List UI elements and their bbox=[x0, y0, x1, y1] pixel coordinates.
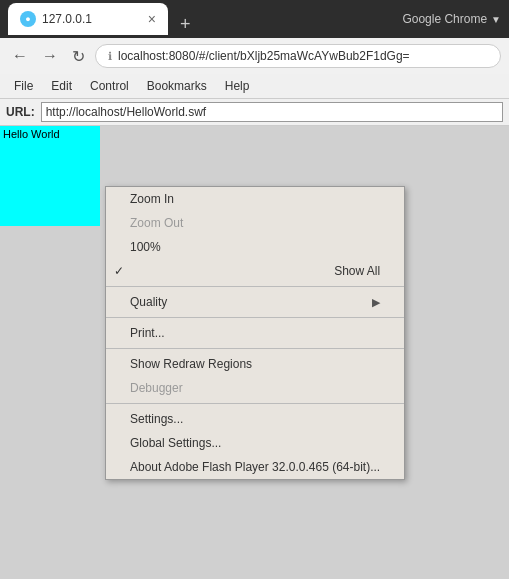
chrome-arrow-icon: ▼ bbox=[491, 14, 501, 25]
settings-label: Settings... bbox=[130, 412, 183, 426]
browser-titlebar: ● 127.0.0.1 × + Google Chrome ▼ bbox=[0, 0, 509, 38]
context-menu-about[interactable]: About Adobe Flash Player 32.0.0.465 (64-… bbox=[106, 455, 404, 479]
context-menu: Zoom In Zoom Out 100% ✓ Show All Quality… bbox=[105, 186, 405, 480]
tab-close-button[interactable]: × bbox=[148, 11, 156, 27]
separator-3 bbox=[106, 348, 404, 349]
menu-help[interactable]: Help bbox=[217, 76, 258, 96]
context-menu-debugger: Debugger bbox=[106, 376, 404, 400]
flash-canvas[interactable]: Hello World Zoom In Zoom Out 100% ✓ Show… bbox=[0, 126, 509, 579]
context-menu-quality[interactable]: Quality ▶ bbox=[106, 290, 404, 314]
forward-button[interactable]: → bbox=[38, 43, 62, 69]
tab-title: 127.0.0.1 bbox=[42, 12, 92, 26]
zoom-100-label: 100% bbox=[130, 240, 161, 254]
context-menu-100[interactable]: 100% bbox=[106, 235, 404, 259]
url-label: URL: bbox=[6, 105, 35, 119]
menu-file[interactable]: File bbox=[6, 76, 41, 96]
flash-container: File Edit Control Bookmarks Help URL: He… bbox=[0, 74, 509, 579]
context-menu-global-settings[interactable]: Global Settings... bbox=[106, 431, 404, 455]
chrome-text: Google Chrome bbox=[402, 12, 487, 26]
global-settings-label: Global Settings... bbox=[130, 436, 221, 450]
debugger-label: Debugger bbox=[130, 381, 183, 395]
address-url: localhost:8080/#/client/bXljb25maWcAYwBu… bbox=[118, 49, 410, 63]
address-bar[interactable]: ℹ localhost:8080/#/client/bXljb25maWcAYw… bbox=[95, 44, 501, 68]
menu-control[interactable]: Control bbox=[82, 76, 137, 96]
tab-favicon: ● bbox=[20, 11, 36, 27]
show-all-label: Show All bbox=[334, 264, 380, 278]
back-button[interactable]: ← bbox=[8, 43, 32, 69]
swf-display-area: Hello World bbox=[0, 126, 100, 226]
show-redraw-label: Show Redraw Regions bbox=[130, 357, 252, 371]
flash-url-bar: URL: bbox=[0, 99, 509, 126]
separator-4 bbox=[106, 403, 404, 404]
browser-frame: ● 127.0.0.1 × + Google Chrome ▼ ← → ↻ ℹ … bbox=[0, 0, 509, 579]
context-menu-settings[interactable]: Settings... bbox=[106, 407, 404, 431]
menu-bookmarks[interactable]: Bookmarks bbox=[139, 76, 215, 96]
flash-menubar: File Edit Control Bookmarks Help bbox=[0, 74, 509, 99]
hello-world-text: Hello World bbox=[0, 126, 63, 142]
print-label: Print... bbox=[130, 326, 165, 340]
new-tab-button[interactable]: + bbox=[172, 14, 199, 35]
context-menu-print[interactable]: Print... bbox=[106, 321, 404, 345]
chrome-label: Google Chrome ▼ bbox=[402, 12, 501, 26]
menu-edit[interactable]: Edit bbox=[43, 76, 80, 96]
context-menu-show-redraw[interactable]: Show Redraw Regions bbox=[106, 352, 404, 376]
about-label: About Adobe Flash Player 32.0.0.465 (64-… bbox=[130, 460, 380, 474]
context-menu-zoom-out: Zoom Out bbox=[106, 211, 404, 235]
zoom-out-label: Zoom Out bbox=[130, 216, 183, 230]
context-menu-zoom-in[interactable]: Zoom In bbox=[106, 187, 404, 211]
active-tab[interactable]: ● 127.0.0.1 × bbox=[8, 3, 168, 35]
address-info-icon: ℹ bbox=[108, 50, 112, 63]
separator-1 bbox=[106, 286, 404, 287]
submenu-arrow-icon: ▶ bbox=[372, 296, 380, 309]
reload-button[interactable]: ↻ bbox=[68, 43, 89, 70]
check-icon: ✓ bbox=[114, 264, 124, 278]
nav-bar: ← → ↻ ℹ localhost:8080/#/client/bXljb25m… bbox=[0, 38, 509, 74]
url-input[interactable] bbox=[41, 102, 503, 122]
separator-2 bbox=[106, 317, 404, 318]
quality-label: Quality bbox=[130, 295, 167, 309]
context-menu-show-all[interactable]: ✓ Show All bbox=[106, 259, 404, 283]
zoom-in-label: Zoom In bbox=[130, 192, 174, 206]
tab-bar: ● 127.0.0.1 × + bbox=[8, 3, 394, 35]
